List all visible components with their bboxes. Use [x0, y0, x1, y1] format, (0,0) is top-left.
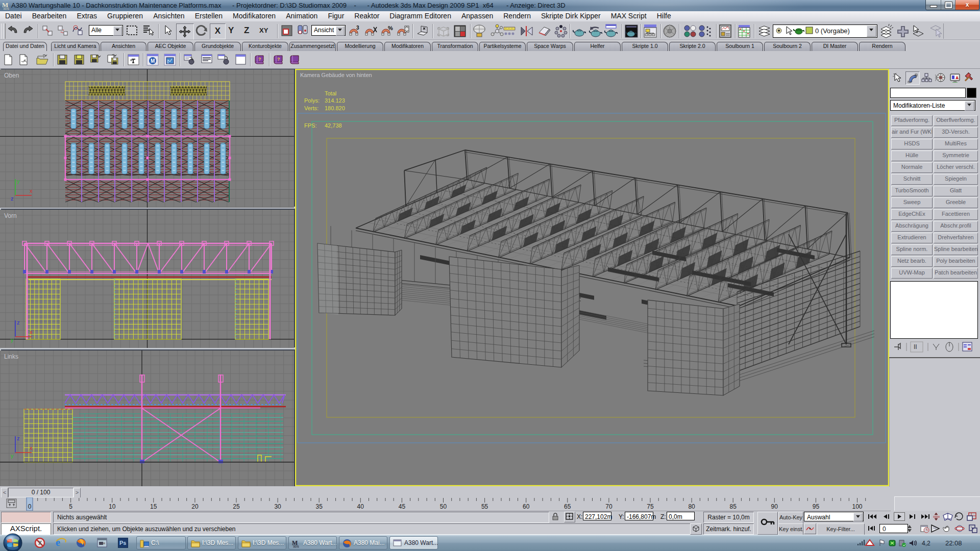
svg-text:3DS: 3DS: [3, 7, 9, 10]
svg-text:0: 0: [28, 503, 32, 510]
svg-text:x: x: [30, 329, 33, 335]
svg-text:30: 30: [274, 503, 281, 510]
svg-text:Oben: Oben: [4, 72, 19, 79]
svg-text:70: 70: [605, 503, 612, 510]
svg-text:3DS: 3DS: [293, 545, 299, 548]
svg-text:55: 55: [481, 503, 488, 510]
svg-text:Links: Links: [4, 353, 18, 360]
svg-text:42,738: 42,738: [325, 122, 342, 129]
svg-text:90: 90: [771, 503, 778, 510]
svg-text:45: 45: [399, 503, 406, 510]
svg-text:75: 75: [647, 503, 654, 510]
svg-text:x: x: [30, 445, 33, 451]
svg-text:5: 5: [69, 503, 72, 510]
svg-text:II: II: [914, 343, 917, 350]
svg-text:3: 3: [356, 25, 359, 31]
svg-text:?: ?: [277, 57, 280, 62]
svg-text:50: 50: [440, 503, 447, 510]
svg-text:65: 65: [564, 503, 571, 510]
svg-text:314.123: 314.123: [325, 97, 345, 104]
svg-text:Verts:: Verts:: [304, 105, 318, 111]
svg-text:z: z: [17, 319, 20, 325]
svg-text:15: 15: [150, 503, 157, 510]
svg-text:180.820: 180.820: [325, 105, 345, 111]
svg-text:Polys:: Polys:: [304, 97, 320, 104]
svg-text:?: ?: [258, 57, 261, 62]
svg-text:60: 60: [523, 503, 530, 510]
svg-text:20: 20: [191, 503, 199, 510]
svg-text:z: z: [11, 195, 14, 202]
svg-text:x: x: [30, 188, 33, 194]
svg-text:25: 25: [233, 503, 240, 510]
svg-text:80: 80: [688, 503, 695, 510]
svg-text:Vorn: Vorn: [4, 212, 17, 219]
svg-text:y: y: [17, 178, 20, 184]
svg-text:y: y: [11, 453, 14, 459]
svg-text:35: 35: [316, 503, 323, 510]
svg-text:FPS:: FPS:: [304, 122, 316, 129]
svg-text:Ps: Ps: [119, 540, 126, 546]
svg-text:M: M: [151, 58, 155, 64]
svg-text:95: 95: [813, 503, 820, 510]
svg-text:%: %: [388, 25, 393, 31]
svg-text:100: 100: [852, 503, 862, 510]
svg-text:y: y: [11, 337, 14, 343]
svg-text:Kamera Gebäude von hinten: Kamera Gebäude von hinten: [300, 72, 372, 78]
svg-text:85: 85: [730, 503, 737, 510]
svg-text:0 (Vorgabe): 0 (Vorgabe): [815, 27, 850, 35]
svg-text:10: 10: [109, 503, 116, 510]
svg-text:z: z: [17, 435, 20, 441]
svg-text:40: 40: [357, 503, 364, 510]
svg-text:Total: Total: [325, 90, 336, 96]
